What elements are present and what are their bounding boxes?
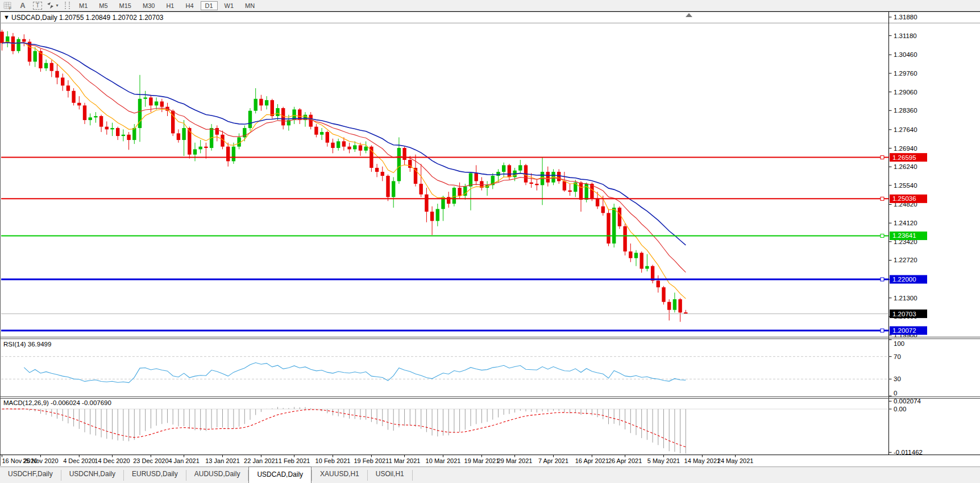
- current-price-label: 1.20703: [892, 311, 916, 317]
- svg-text:16 Apr 2021: 16 Apr 2021: [575, 457, 609, 464]
- svg-text:1.22720: 1.22720: [894, 257, 917, 263]
- profile-grid-glyph: F: [3, 2, 13, 10]
- svg-text:F: F: [9, 6, 11, 10]
- chart-tab-xauusd[interactable]: XAUUSD,H1: [312, 467, 367, 483]
- svg-text:30: 30: [894, 375, 901, 382]
- text-tool-glyph: T: [33, 2, 42, 10]
- svg-text:1.26595: 1.26595: [892, 154, 916, 161]
- timeframe-button-m1[interactable]: M1: [74, 1, 92, 10]
- profile-grid-icon[interactable]: F: [1, 1, 15, 10]
- svg-text:1 Feb 2021: 1 Feb 2021: [279, 457, 310, 464]
- chart-tab-usdcnh[interactable]: USDCNH,Daily: [61, 467, 123, 483]
- chart-tab-eurusd[interactable]: EURUSD,Daily: [124, 467, 186, 483]
- chart-frame: [0, 11, 980, 467]
- svg-text:1.22000: 1.22000: [892, 276, 916, 283]
- svg-text:1.29760: 1.29760: [894, 70, 917, 77]
- tab-separator: [412, 470, 413, 481]
- svg-text:1 Mar 2021: 1 Mar 2021: [389, 457, 421, 464]
- svg-text:7 Apr 2021: 7 Apr 2021: [538, 457, 568, 464]
- svg-text:19 Mar 2021: 19 Mar 2021: [464, 457, 500, 464]
- timeframe-button-m30[interactable]: M30: [138, 1, 159, 10]
- svg-text:14 Dec 2020: 14 Dec 2020: [94, 457, 130, 464]
- svg-text:1.31880: 1.31880: [894, 14, 917, 20]
- svg-text:1.28360: 1.28360: [894, 107, 917, 114]
- svg-text:10 Feb 2021: 10 Feb 2021: [315, 457, 351, 464]
- timeframe-button-h1[interactable]: H1: [161, 1, 178, 10]
- toolbar: F A T ▾ M1M5M15M30H1H4D1W1MN: [0, 0, 980, 11]
- timeframe-button-w1[interactable]: W1: [220, 1, 239, 10]
- svg-text:1.21300: 1.21300: [894, 295, 917, 302]
- svg-text:1.27640: 1.27640: [894, 126, 917, 133]
- timeframe-button-d1[interactable]: D1: [201, 1, 218, 10]
- timeframe-buttons: M1M5M15M30H1H4D1W1MN: [73, 2, 260, 9]
- svg-text:25 Nov 2020: 25 Nov 2020: [23, 457, 58, 464]
- svg-text:24 May 2021: 24 May 2021: [717, 457, 754, 464]
- svg-text:1.24120: 1.24120: [894, 220, 917, 226]
- cycle-arrows-icon[interactable]: ▾: [45, 1, 59, 10]
- mt4-window: { "toolbar": { "tools": [ {"name": "prof…: [0, 0, 980, 483]
- chart-tab-usdchf[interactable]: USDCHF,Daily: [0, 467, 61, 483]
- svg-text:23 Dec 2020: 23 Dec 2020: [133, 457, 168, 464]
- svg-text:1.25036: 1.25036: [892, 195, 916, 202]
- svg-text:0.00: 0.00: [894, 406, 906, 412]
- chart-tab-audusd[interactable]: AUDUSD,Daily: [186, 467, 248, 483]
- svg-text:1.25540: 1.25540: [894, 182, 917, 189]
- svg-text:5 May 2021: 5 May 2021: [647, 457, 680, 464]
- text-tool-icon[interactable]: T: [31, 1, 44, 10]
- timeframe-button-mn[interactable]: MN: [240, 1, 259, 10]
- svg-text:-0.011462: -0.011462: [894, 449, 923, 456]
- svg-text:13 Jan 2021: 13 Jan 2021: [205, 457, 240, 464]
- svg-text:1.26240: 1.26240: [894, 163, 917, 170]
- chart-canvas[interactable]: 1.318801.311801.304601.297601.290601.283…: [0, 0, 980, 483]
- svg-text:70: 70: [894, 353, 901, 360]
- svg-text:1.23641: 1.23641: [892, 232, 916, 239]
- svg-text:26 Apr 2021: 26 Apr 2021: [608, 457, 642, 464]
- rsi-label: RSI(14) 36.9499: [3, 341, 51, 348]
- svg-text:100: 100: [894, 340, 904, 347]
- toolbar-grip[interactable]: [65, 2, 70, 9]
- chevron-down-icon[interactable]: ▾: [56, 3, 58, 8]
- chart-title-layer: ▼USDCAD,Daily 1.20755 1.20849 1.20702 1.…: [3, 14, 164, 22]
- svg-text:0: 0: [894, 390, 897, 397]
- svg-text:4 Jan 2021: 4 Jan 2021: [168, 457, 199, 464]
- svg-text:0.002074: 0.002074: [894, 398, 921, 404]
- svg-text:1.31180: 1.31180: [894, 32, 917, 39]
- symbol-tabbar: USDCHF,DailyUSDCNH,DailyEURUSD,DailyAUDU…: [0, 467, 980, 483]
- chart-title: USDCAD,Daily 1.20755 1.20849 1.20702 1.2…: [11, 14, 164, 22]
- chart-tab-usdcad[interactable]: USDCAD,Daily: [248, 467, 312, 483]
- svg-text:19 Feb 2021: 19 Feb 2021: [354, 457, 389, 464]
- cycle-arrows-glyph: [46, 2, 55, 9]
- svg-text:29 Mar 2021: 29 Mar 2021: [497, 457, 533, 464]
- svg-text:14 May 2021: 14 May 2021: [684, 457, 721, 464]
- macd-label: MACD(12,26,9) -0.006024 -0.007690: [3, 399, 111, 406]
- svg-text:1.26940: 1.26940: [894, 145, 917, 152]
- svg-text:4 Dec 2020: 4 Dec 2020: [63, 457, 95, 464]
- svg-text:1.30460: 1.30460: [894, 51, 917, 58]
- svg-text:1.29060: 1.29060: [894, 89, 917, 96]
- svg-text:1.20072: 1.20072: [892, 327, 916, 334]
- svg-text:10 Mar 2021: 10 Mar 2021: [426, 457, 461, 464]
- timeframe-button-m15[interactable]: M15: [115, 1, 136, 10]
- window-menu-icon: ▼: [3, 14, 10, 20]
- timeframe-button-h4[interactable]: H4: [181, 1, 198, 10]
- svg-text:22 Jan 2021: 22 Jan 2021: [244, 457, 279, 464]
- label-a-icon[interactable]: A: [16, 1, 30, 10]
- timeframe-button-m5[interactable]: M5: [94, 1, 112, 10]
- chart-tab-usoil[interactable]: USOil,H1: [368, 467, 412, 483]
